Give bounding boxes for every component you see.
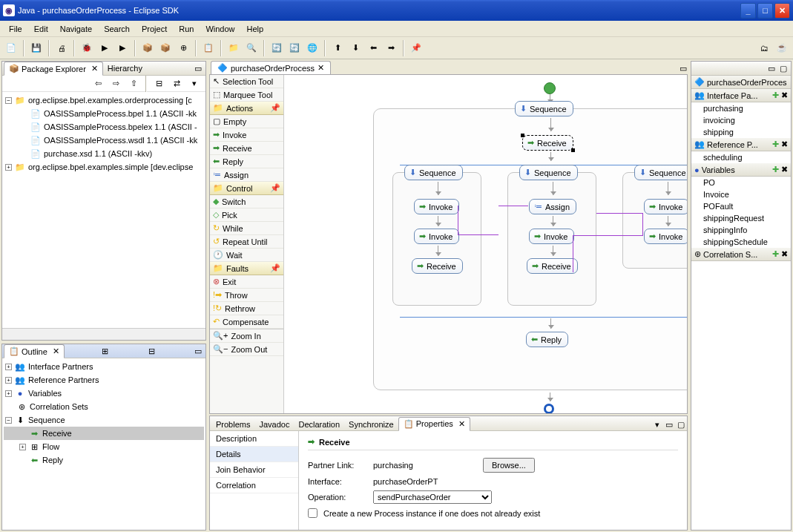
nav-up-button[interactable]: ⬆	[329, 40, 346, 56]
outline-item[interactable]: +👥Interface Partners	[4, 360, 204, 373]
refresh-button[interactable]: 🔄	[286, 40, 303, 56]
tree-file[interactable]: 📄 OASISSampleProcess.wsdl 1.1 (ASCII -kk	[4, 134, 204, 147]
add-icon[interactable]: ✚	[772, 91, 779, 100]
sequence-node[interactable]: ⬇Sequence	[634, 165, 687, 180]
tree-package[interactable]: + 📁 org.eclipse.bpel.examples.simple [de…	[4, 160, 204, 174]
minimize-icon[interactable]: ▭	[663, 418, 675, 430]
view-option-icon[interactable]: ⊟	[145, 345, 157, 357]
minimize-icon[interactable]: ▭	[192, 345, 204, 357]
outline-item[interactable]: +👥Reference Partners	[4, 373, 204, 387]
sync-button[interactable]: 🔄	[269, 40, 285, 56]
prop-nav-details[interactable]: Details	[210, 447, 298, 462]
menu-file[interactable]: File	[3, 23, 28, 35]
outline-tab[interactable]: 📋 Outline ✕	[4, 344, 65, 358]
link-icon[interactable]: ⇄	[168, 76, 185, 92]
collapse-toggle[interactable]: −	[5, 97, 12, 104]
add-icon[interactable]: ✚	[772, 249, 779, 259]
palette-exit[interactable]: ⊗Exit	[210, 275, 283, 289]
invoke-node[interactable]: ➡Invoke	[414, 229, 459, 244]
remove-icon[interactable]: ✖	[781, 91, 788, 100]
palette-empty[interactable]: ▢Empty	[210, 115, 283, 128]
minimize-button[interactable]: _	[740, 3, 756, 19]
expand-toggle[interactable]: +	[5, 164, 12, 171]
web-button[interactable]: 🌐	[304, 40, 320, 56]
palette-throw[interactable]: !➡Throw	[210, 289, 283, 302]
receive-node[interactable]: ➡Receive	[522, 135, 573, 151]
palette-compensate[interactable]: ↶Compensate	[210, 315, 283, 329]
variable-item[interactable]: POFault	[691, 200, 791, 212]
tab-declaration[interactable]: Declaration	[294, 418, 344, 430]
variables-header[interactable]: ●Variables✚✖	[691, 163, 791, 177]
sequence-node[interactable]: ⬇Sequence	[404, 165, 463, 180]
menu-project[interactable]: Project	[136, 23, 173, 35]
palette-repeat[interactable]: ↺Repeat Until	[210, 235, 283, 249]
tree-file[interactable]: 📄 purchase.xsd 1.1 (ASCII -kkv)	[4, 147, 204, 160]
prop-nav-correlation[interactable]: Correlation	[210, 478, 298, 493]
menu-icon[interactable]: ▾	[651, 418, 663, 430]
create-instance-checkbox[interactable]	[308, 508, 317, 518]
palette-pick[interactable]: ◇Pick	[210, 208, 283, 222]
palette-switch[interactable]: ◆Switch	[210, 195, 283, 208]
partner-item[interactable]: scheduling	[691, 151, 791, 163]
remove-icon[interactable]: ✖	[781, 249, 788, 259]
interface-partners-header[interactable]: 👥Interface Pa...✚✖	[691, 89, 791, 102]
java-perspective-button[interactable]: ☕	[774, 40, 790, 56]
run-button[interactable]: ▶	[96, 40, 113, 56]
tab-properties[interactable]: 📋 Properties ✕	[398, 417, 470, 431]
close-icon[interactable]: ✕	[458, 419, 465, 428]
partner-item[interactable]: invoicing	[691, 114, 791, 126]
open-type-button[interactable]: 📋	[200, 40, 217, 56]
pin-button[interactable]: 📌	[408, 40, 424, 56]
scrollbar[interactable]	[2, 328, 205, 340]
menu-help[interactable]: Help	[241, 23, 270, 35]
partner-item[interactable]: shipping	[691, 126, 791, 138]
partner-item[interactable]: purchasing	[691, 102, 791, 114]
palette-zoomin[interactable]: 🔍+Zoom In	[210, 329, 283, 343]
menu-run[interactable]: Run	[173, 23, 200, 35]
correlation-sets-header[interactable]: ⊛Correlation S...✚✖	[691, 248, 791, 261]
tab-problems[interactable]: Problems	[211, 418, 254, 430]
start-node[interactable]	[544, 82, 556, 94]
variable-item[interactable]: shippingSchedule	[691, 236, 791, 248]
close-icon[interactable]: ✕	[53, 347, 59, 356]
sequence-node[interactable]: ⬇Sequence	[515, 101, 573, 116]
palette-cat-control[interactable]: 📁Control📌	[210, 182, 283, 195]
reference-partners-header[interactable]: 👥Reference P...✚✖	[691, 138, 791, 151]
tree-package[interactable]: − 📁 org.eclipse.bpel.examples.orderproce…	[4, 93, 204, 107]
remove-icon[interactable]: ✖	[781, 165, 788, 174]
tree-file[interactable]: 📄 OASISSampleProcess.bpel 1.1 (ASCII -kk	[4, 107, 204, 120]
invoke-node[interactable]: ➡Invoke	[529, 229, 574, 244]
palette-selection[interactable]: ↖Selection Tool	[210, 75, 283, 88]
package-explorer-tab[interactable]: 📦 Package Explorer ✕	[4, 62, 103, 76]
perspective-button[interactable]: 🗂	[756, 40, 772, 56]
search-button[interactable]: 🔍	[243, 40, 260, 56]
palette-zoomout[interactable]: 🔍−Zoom Out	[210, 343, 283, 356]
palette-while[interactable]: ↻While	[210, 222, 283, 235]
palette-marquee[interactable]: ⬚Marquee Tool	[210, 88, 283, 102]
outline-item[interactable]: ⬅Reply	[4, 453, 204, 467]
hierarchy-tab[interactable]: Hierarchy	[103, 62, 147, 74]
tab-synchronize[interactable]: Synchronize	[344, 418, 398, 430]
invoke-node[interactable]: ➡Invoke	[644, 199, 687, 214]
outline-item[interactable]: +⊞Flow	[4, 440, 204, 453]
minimize-icon[interactable]: ▭	[766, 62, 777, 74]
palette-assign[interactable]: ≔Assign	[210, 168, 283, 182]
tree-file[interactable]: 📄 OASISSampleProcess.bpelex 1.1 (ASCII -	[4, 120, 204, 134]
receive-node[interactable]: ➡Receive	[412, 258, 463, 274]
tab-javadoc[interactable]: Javadoc	[254, 418, 294, 430]
save-button[interactable]: 💾	[28, 40, 45, 56]
new-button[interactable]: 📄	[3, 40, 19, 56]
prop-nav-join[interactable]: Join Behavior	[210, 462, 298, 478]
close-icon[interactable]: ✕	[91, 64, 98, 73]
nav-back-button[interactable]: ⬅	[365, 40, 381, 56]
prop-nav-description[interactable]: Description	[210, 431, 298, 447]
new-package-button[interactable]: 📦	[139, 40, 156, 56]
outline-item-receive[interactable]: ➡Receive	[4, 427, 204, 440]
collapse-icon[interactable]: ⊟	[151, 76, 167, 92]
palette-cat-faults[interactable]: 📁Faults📌	[210, 262, 283, 275]
palette-rethrow[interactable]: !↻Rethrow	[210, 302, 283, 315]
palette-reply[interactable]: ⬅Reply	[210, 155, 283, 168]
outline-item[interactable]: +●Variables	[4, 387, 204, 400]
palette-cat-actions[interactable]: 📁Actions📌	[210, 102, 283, 115]
operation-select[interactable]: sendPurchaseOrder	[373, 490, 492, 504]
